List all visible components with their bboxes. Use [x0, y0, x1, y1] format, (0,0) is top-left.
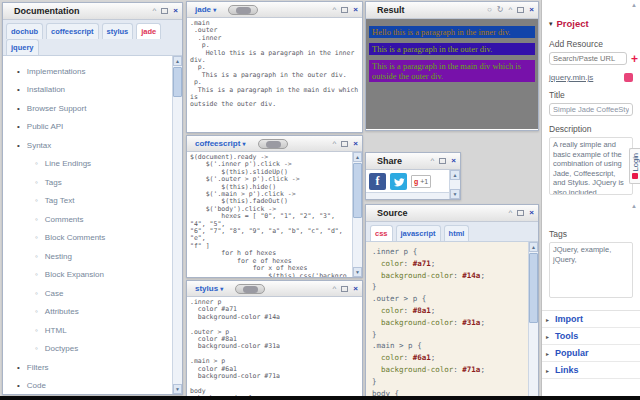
scroll-down-icon[interactable]: ▼ [173, 384, 182, 394]
doc-item[interactable]: •Code [3, 377, 182, 395]
doc-tab-stylus[interactable]: stylus [102, 23, 134, 39]
source-code-area: .inner p { color: #a71; background-color… [366, 242, 538, 396]
doc-item[interactable]: •Implementations [3, 62, 182, 81]
plusone-button[interactable]: g +1 [411, 175, 431, 188]
doc-item[interactable]: ◦Block Expansion [3, 266, 182, 285]
scroll-up-icon[interactable]: ▲ [450, 170, 460, 180]
doc-item[interactable]: ◦Attributes [3, 303, 182, 322]
sidebar-section-links[interactable]: ▸Links [542, 362, 640, 379]
scroll-up-icon[interactable]: ▲ [353, 152, 362, 162]
doc-item[interactable]: ◦Tags [3, 173, 182, 192]
documentation-scrollbar[interactable]: ▲ ▼ [172, 56, 182, 394]
sidebar-section-popular[interactable]: ▸Popular [542, 345, 640, 362]
source-tab-javascript[interactable]: javascript [396, 225, 441, 241]
stylus-code-area[interactable]: .inner p color #a71 background-color #14… [187, 297, 362, 396]
language-select[interactable]: stylus ▾ [191, 284, 223, 293]
collapse-icon[interactable]: ^ [333, 6, 337, 14]
collapse-icon[interactable]: ^ [509, 6, 513, 14]
close-icon[interactable]: × [451, 157, 456, 165]
stylus-code[interactable]: .inner p color #a71 background-color #14… [187, 297, 362, 396]
result-paragraph[interactable]: This is a paragraph in the main div whic… [369, 60, 535, 82]
popout-icon[interactable] [341, 286, 348, 292]
popout-icon[interactable] [161, 8, 168, 14]
language-select[interactable]: jade ▾ [191, 5, 216, 14]
doc-tab-coffeescript[interactable]: coffeescript [46, 23, 99, 39]
result-paragraph[interactable]: Hello this is a paragraph in the inner d… [369, 26, 535, 38]
doc-tab-jade[interactable]: jade [136, 23, 161, 39]
source-tab-html[interactable]: html [444, 225, 470, 241]
doc-item[interactable]: •Filters [3, 358, 182, 377]
editor-scrollbar[interactable]: ▲ ▼ [352, 152, 362, 277]
scroll-down-icon[interactable]: ▼ [450, 189, 460, 199]
source-code[interactable]: .inner p { color: #a71; background-color… [366, 242, 528, 396]
collapse-icon[interactable]: ^ [153, 7, 157, 15]
project-title-input[interactable] [549, 103, 633, 116]
coffeescript-code[interactable]: $(document).ready -> $('.inner p').click… [187, 152, 352, 277]
doc-item[interactable]: •Syntax [3, 136, 182, 155]
scroll-down-icon[interactable]: ▼ [353, 267, 362, 277]
scrollbar-thumb[interactable] [529, 253, 538, 323]
project-section-toggle[interactable]: ▾ Project [549, 18, 633, 29]
doc-tab-dochub[interactable]: dochub [6, 23, 43, 39]
popout-icon[interactable] [341, 7, 348, 13]
jade-code[interactable]: .main .outer .inner p. Hello this is a p… [187, 18, 362, 111]
twitter-icon[interactable] [390, 173, 407, 190]
sidebar-section-import[interactable]: ▸Import [542, 311, 640, 328]
zoom-icon[interactable]: ○ [487, 6, 492, 14]
close-icon[interactable]: × [353, 285, 358, 293]
editor-toggle[interactable] [228, 5, 258, 15]
resource-url-input[interactable] [549, 52, 627, 65]
collapse-icon[interactable]: ^ [333, 285, 337, 293]
project-tags-input[interactable]: JQuery, example, jQuery, [549, 242, 633, 298]
scrollbar-thumb[interactable] [173, 67, 182, 97]
login-tab[interactable]: Login [629, 148, 640, 184]
collapse-icon[interactable]: ^ [509, 209, 513, 217]
doc-item[interactable]: ◦HTML [3, 321, 182, 340]
doc-item-label: Block Expansion [45, 270, 104, 279]
doc-item[interactable]: ◦Line Endings [3, 155, 182, 174]
project-description-input[interactable]: A really simple and basic example of the… [549, 137, 633, 195]
doc-item[interactable]: ◦Case [3, 284, 182, 303]
close-icon[interactable]: × [529, 6, 534, 14]
refresh-icon[interactable]: ↻ [497, 6, 504, 14]
coffeescript-code-area[interactable]: $(document).ready -> $('.inner p').click… [187, 152, 362, 277]
jade-code-area[interactable]: .main .outer .inner p. Hello this is a p… [187, 18, 362, 132]
share-scrollbar[interactable]: ▲ ▼ [449, 170, 460, 199]
collapse-icon[interactable]: ^ [333, 140, 337, 148]
doc-item[interactable]: •Installation [3, 81, 182, 100]
scroll-up-icon[interactable]: ▲ [631, 203, 637, 209]
source-tab-css[interactable]: css [370, 225, 393, 241]
facebook-icon[interactable]: f [369, 173, 386, 190]
close-icon[interactable]: × [353, 6, 358, 14]
collapse-icon[interactable]: ^ [431, 157, 435, 165]
scroll-up-icon[interactable]: ▲ [173, 56, 182, 66]
share-hscrollbar[interactable] [366, 192, 449, 199]
doc-item[interactable]: •Public API [3, 118, 182, 137]
scroll-up-icon[interactable]: ▲ [631, 2, 637, 8]
result-paragraph[interactable]: This is a paragraph in the outer div. [369, 43, 535, 55]
doc-item[interactable]: ◦Nesting [3, 247, 182, 266]
popout-icon[interactable] [439, 158, 446, 164]
source-scrollbar[interactable]: ▲ [528, 242, 538, 396]
doc-item[interactable]: •Browser Support [3, 99, 182, 118]
sidebar-section-tools[interactable]: ▸Tools [542, 328, 640, 345]
editor-toggle[interactable] [235, 284, 265, 294]
editor-toggle[interactable] [258, 139, 288, 149]
doc-item[interactable]: ◦Tag Text [3, 192, 182, 211]
doc-item[interactable]: ◦Doctypes [3, 340, 182, 359]
popout-icon[interactable] [517, 7, 524, 13]
close-icon[interactable]: × [353, 140, 358, 148]
resource-link[interactable]: jquery.min.js [549, 73, 593, 82]
close-icon[interactable]: × [173, 7, 178, 15]
doc-tab-jquery[interactable]: jquery [6, 39, 39, 55]
close-icon[interactable]: × [529, 209, 534, 217]
scroll-up-icon[interactable]: ▲ [529, 242, 538, 252]
remove-resource-icon[interactable] [624, 73, 633, 82]
doc-item[interactable]: ◦Comments [3, 210, 182, 229]
add-resource-button[interactable]: + [631, 54, 638, 64]
popout-icon[interactable] [517, 210, 524, 216]
scrollbar-thumb[interactable] [353, 163, 362, 218]
popout-icon[interactable] [341, 141, 348, 147]
language-select[interactable]: coffeescript ▾ [191, 139, 246, 148]
doc-item[interactable]: ◦Block Comments [3, 229, 182, 248]
